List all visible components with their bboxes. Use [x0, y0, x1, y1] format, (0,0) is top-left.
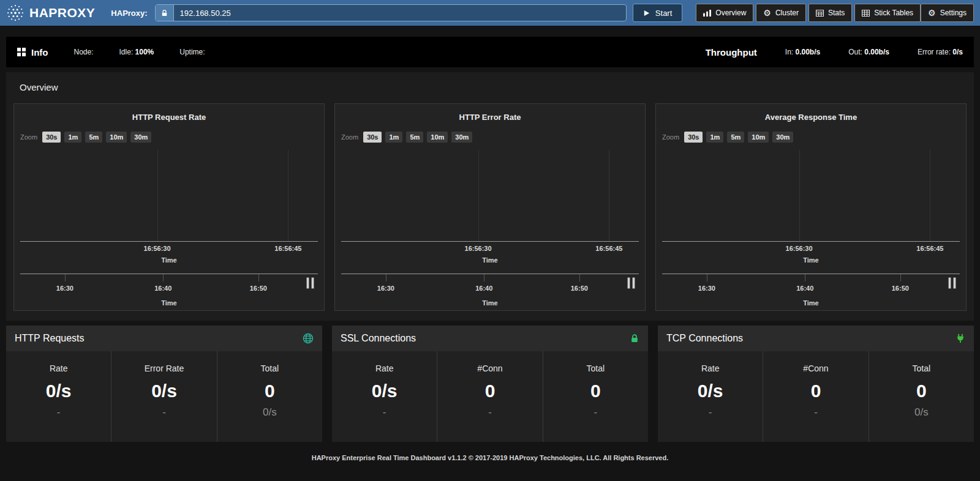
zoom-button-10m[interactable]: 10m — [106, 132, 127, 143]
nav-gridline — [163, 274, 164, 282]
chart-panel-average-response-time: Average Response Time Zoom 30s 1m 5m 10m… — [655, 103, 967, 311]
top-bar: HAPROXY HAProxy: Start Overview ⚙ Cluste… — [0, 0, 980, 26]
zoom-button-5m[interactable]: 5m — [727, 132, 744, 143]
stat-label: Rate — [701, 364, 720, 373]
nav-gridline — [900, 274, 901, 282]
zoom-label: Zoom — [20, 133, 37, 141]
start-button[interactable]: Start — [633, 4, 682, 22]
info-toggle[interactable]: Info — [17, 47, 48, 58]
nav-gridline — [258, 274, 259, 282]
gridline — [478, 150, 479, 241]
gears-icon: ⚙ — [763, 9, 771, 17]
chart-plot-area[interactable] — [662, 150, 960, 242]
throughput-out: Out: 0.00b/s — [848, 48, 889, 56]
zoom-button-30s[interactable]: 30s — [684, 132, 703, 143]
zoom-controls: Zoom 30s 1m 5m 10m 30m — [341, 132, 639, 143]
stat-label: Total — [913, 364, 931, 373]
range-navigator[interactable]: 16:30 16:40 16:50 — [662, 274, 960, 296]
zoom-button-30s[interactable]: 30s — [363, 132, 382, 143]
stat-label: Total — [261, 364, 279, 373]
stat-label: #Conn — [477, 364, 502, 373]
zoom-controls: Zoom 30s 1m 5m 10m 30m — [20, 132, 318, 143]
table-icon — [816, 10, 824, 17]
nav-gridline — [65, 274, 66, 282]
chart-plot-area[interactable] — [341, 150, 639, 242]
zoom-controls: Zoom 30s 1m 5m 10m 30m — [662, 132, 960, 143]
stat-rate: Rate 0/s - — [6, 351, 111, 442]
zoom-button-10m[interactable]: 10m — [748, 132, 769, 143]
stat-cards-row: HTTP Requests Rate 0/s - Error Rate 0/s … — [6, 326, 974, 442]
navigator-handle-right[interactable] — [632, 277, 635, 289]
node-field: Node: — [74, 48, 94, 56]
zoom-button-1m[interactable]: 1m — [385, 132, 402, 143]
throughput-out-value: 0.00b/s — [864, 48, 889, 56]
nav-stats-label: Stats — [828, 9, 845, 17]
card-header: TCP Connections — [658, 326, 974, 351]
card-header: HTTP Requests — [6, 326, 322, 351]
nav-overview-button[interactable]: Overview — [696, 4, 753, 22]
overview-section: Overview HTTP Request Rate Zoom 30s 1m 5… — [6, 72, 974, 321]
x-tick: 16:56:30 — [144, 245, 171, 252]
stat-value: 0 — [590, 381, 601, 401]
zoom-button-30m[interactable]: 30m — [772, 132, 793, 143]
navigator-handle-left[interactable] — [306, 277, 309, 289]
zoom-button-30s[interactable]: 30s — [42, 132, 61, 143]
haproxy-brand: HAPROXY — [6, 4, 95, 22]
chart-plot-area[interactable] — [20, 150, 318, 242]
stat-rate: Rate 0/s - — [658, 351, 763, 442]
stat-value: 0 — [265, 381, 275, 401]
stat-value: 0 — [485, 381, 496, 401]
address-field — [155, 4, 627, 21]
nav-stats-button[interactable]: Stats — [809, 4, 852, 22]
x-tick: 16:56:30 — [786, 245, 813, 252]
start-button-label: Start — [655, 9, 672, 18]
haproxy-logo-icon — [6, 4, 24, 22]
address-input[interactable] — [174, 5, 626, 21]
navigator-handle-right[interactable] — [953, 277, 956, 289]
plug-icon — [956, 334, 965, 343]
x-axis-ticks: 16:56:30 16:56:45 — [20, 245, 318, 253]
range-navigator[interactable]: 16:30 16:40 16:50 — [20, 274, 318, 296]
navigator-axis-title: Time — [341, 299, 639, 307]
footer-copyright: HAProxy Enterprise Real Time Dashboard v… — [0, 454, 980, 461]
uptime-field: Uptime: — [179, 48, 205, 56]
gridline — [799, 150, 800, 241]
stat-sub: 0/s — [914, 406, 929, 419]
stat-total: Total 0 0/s — [869, 351, 974, 442]
zoom-button-30m[interactable]: 30m — [130, 132, 151, 143]
zoom-button-5m[interactable]: 5m — [406, 132, 423, 143]
settings-button[interactable]: ⚙ Settings — [921, 4, 974, 22]
nav-tick: 16:30 — [56, 285, 74, 292]
navigator-handle-left[interactable] — [627, 277, 630, 289]
stat-sub: - — [57, 406, 61, 419]
stat-label: Error Rate — [145, 364, 184, 373]
zoom-button-1m[interactable]: 1m — [706, 132, 723, 143]
range-navigator[interactable]: 16:30 16:40 16:50 — [341, 274, 639, 296]
stat-total: Total 0 - — [543, 351, 648, 442]
idle-value: 100% — [135, 48, 154, 56]
navigator-handle-left[interactable] — [948, 277, 951, 289]
card-body: Rate 0/s - #Conn 0 - Total 0 0/s — [658, 351, 974, 442]
address-label: HAProxy: — [111, 9, 147, 18]
nav-cluster-label: Cluster — [775, 9, 799, 17]
zoom-button-10m[interactable]: 10m — [427, 132, 448, 143]
gridline — [157, 150, 158, 241]
x-axis-title: Time — [662, 256, 960, 264]
nav-cluster-button[interactable]: ⚙ Cluster — [756, 4, 806, 22]
zoom-button-1m[interactable]: 1m — [64, 132, 81, 143]
card-body: Rate 0/s - Error Rate 0/s - Total 0 0/s — [6, 351, 322, 442]
nav-stick-tables-button[interactable]: Stick Tables — [854, 4, 921, 22]
gridline — [609, 150, 609, 241]
chart-title: HTTP Error Rate — [341, 113, 639, 122]
card-title: SSL Connections — [341, 333, 416, 344]
play-icon — [643, 10, 650, 17]
zoom-button-5m[interactable]: 5m — [85, 132, 102, 143]
navigator-axis-title: Time — [20, 299, 318, 307]
stat-label: Rate — [50, 364, 68, 373]
nav-tick: 16:40 — [796, 285, 813, 292]
nav-gridline — [484, 274, 484, 282]
nav-tick: 16:30 — [698, 285, 715, 292]
zoom-button-30m[interactable]: 30m — [451, 132, 472, 143]
navigator-handle-right[interactable] — [311, 277, 314, 289]
stat-sub: - — [709, 406, 712, 419]
